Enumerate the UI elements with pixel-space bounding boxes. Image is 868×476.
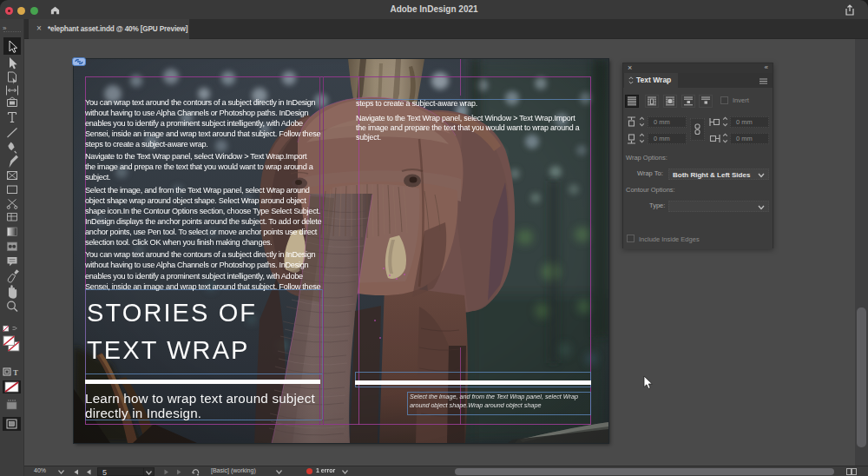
svg-text:T: T [13,368,18,377]
